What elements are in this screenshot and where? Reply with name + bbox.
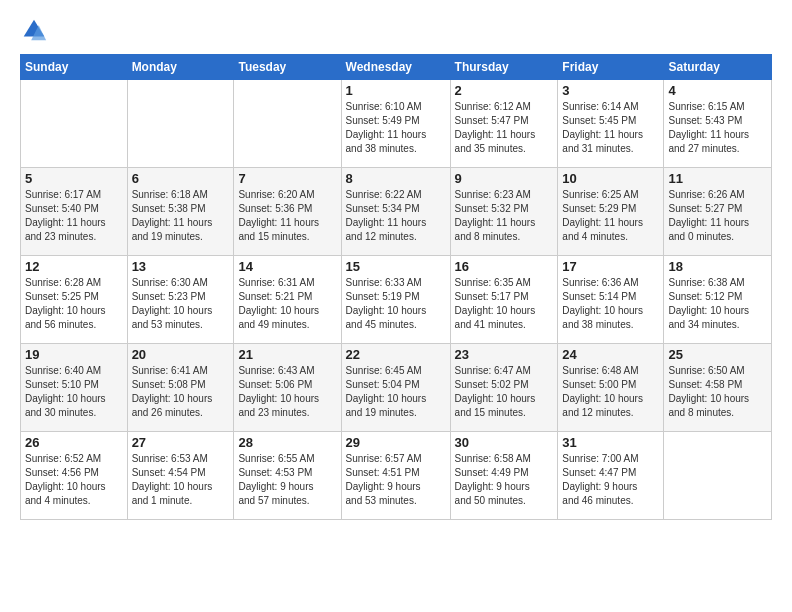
week-row-2: 5Sunrise: 6:17 AM Sunset: 5:40 PM Daylig… [21,168,772,256]
calendar-table: SundayMondayTuesdayWednesdayThursdayFrid… [20,54,772,520]
day-info: Sunrise: 6:50 AM Sunset: 4:58 PM Dayligh… [668,364,767,420]
day-info: Sunrise: 7:00 AM Sunset: 4:47 PM Dayligh… [562,452,659,508]
day-number: 7 [238,171,336,186]
day-number: 4 [668,83,767,98]
day-cell-27: 27Sunrise: 6:53 AM Sunset: 4:54 PM Dayli… [127,432,234,520]
week-row-1: 1Sunrise: 6:10 AM Sunset: 5:49 PM Daylig… [21,80,772,168]
day-number: 22 [346,347,446,362]
day-info: Sunrise: 6:14 AM Sunset: 5:45 PM Dayligh… [562,100,659,156]
logo [20,16,52,44]
day-number: 1 [346,83,446,98]
day-number: 30 [455,435,554,450]
day-number: 2 [455,83,554,98]
weekday-header-row: SundayMondayTuesdayWednesdayThursdayFrid… [21,55,772,80]
day-cell-16: 16Sunrise: 6:35 AM Sunset: 5:17 PM Dayli… [450,256,558,344]
day-info: Sunrise: 6:57 AM Sunset: 4:51 PM Dayligh… [346,452,446,508]
day-info: Sunrise: 6:53 AM Sunset: 4:54 PM Dayligh… [132,452,230,508]
day-info: Sunrise: 6:47 AM Sunset: 5:02 PM Dayligh… [455,364,554,420]
day-cell-21: 21Sunrise: 6:43 AM Sunset: 5:06 PM Dayli… [234,344,341,432]
day-info: Sunrise: 6:52 AM Sunset: 4:56 PM Dayligh… [25,452,123,508]
day-info: Sunrise: 6:36 AM Sunset: 5:14 PM Dayligh… [562,276,659,332]
day-info: Sunrise: 6:33 AM Sunset: 5:19 PM Dayligh… [346,276,446,332]
day-cell-10: 10Sunrise: 6:25 AM Sunset: 5:29 PM Dayli… [558,168,664,256]
day-number: 25 [668,347,767,362]
day-info: Sunrise: 6:40 AM Sunset: 5:10 PM Dayligh… [25,364,123,420]
day-info: Sunrise: 6:20 AM Sunset: 5:36 PM Dayligh… [238,188,336,244]
day-cell-4: 4Sunrise: 6:15 AM Sunset: 5:43 PM Daylig… [664,80,772,168]
day-info: Sunrise: 6:10 AM Sunset: 5:49 PM Dayligh… [346,100,446,156]
day-info: Sunrise: 6:41 AM Sunset: 5:08 PM Dayligh… [132,364,230,420]
day-number: 8 [346,171,446,186]
day-info: Sunrise: 6:30 AM Sunset: 5:23 PM Dayligh… [132,276,230,332]
logo-icon [20,16,48,44]
empty-cell [664,432,772,520]
day-info: Sunrise: 6:31 AM Sunset: 5:21 PM Dayligh… [238,276,336,332]
day-number: 26 [25,435,123,450]
day-cell-29: 29Sunrise: 6:57 AM Sunset: 4:51 PM Dayli… [341,432,450,520]
day-cell-28: 28Sunrise: 6:55 AM Sunset: 4:53 PM Dayli… [234,432,341,520]
day-cell-14: 14Sunrise: 6:31 AM Sunset: 5:21 PM Dayli… [234,256,341,344]
day-number: 19 [25,347,123,362]
day-number: 6 [132,171,230,186]
day-number: 24 [562,347,659,362]
day-number: 14 [238,259,336,274]
week-row-3: 12Sunrise: 6:28 AM Sunset: 5:25 PM Dayli… [21,256,772,344]
weekday-header-friday: Friday [558,55,664,80]
page-container: SundayMondayTuesdayWednesdayThursdayFrid… [0,0,792,612]
day-info: Sunrise: 6:48 AM Sunset: 5:00 PM Dayligh… [562,364,659,420]
day-number: 21 [238,347,336,362]
week-row-5: 26Sunrise: 6:52 AM Sunset: 4:56 PM Dayli… [21,432,772,520]
day-cell-1: 1Sunrise: 6:10 AM Sunset: 5:49 PM Daylig… [341,80,450,168]
day-cell-30: 30Sunrise: 6:58 AM Sunset: 4:49 PM Dayli… [450,432,558,520]
week-row-4: 19Sunrise: 6:40 AM Sunset: 5:10 PM Dayli… [21,344,772,432]
day-number: 15 [346,259,446,274]
day-info: Sunrise: 6:38 AM Sunset: 5:12 PM Dayligh… [668,276,767,332]
weekday-header-wednesday: Wednesday [341,55,450,80]
day-number: 23 [455,347,554,362]
day-number: 29 [346,435,446,450]
weekday-header-saturday: Saturday [664,55,772,80]
day-info: Sunrise: 6:22 AM Sunset: 5:34 PM Dayligh… [346,188,446,244]
day-info: Sunrise: 6:55 AM Sunset: 4:53 PM Dayligh… [238,452,336,508]
day-number: 31 [562,435,659,450]
day-number: 3 [562,83,659,98]
day-info: Sunrise: 6:35 AM Sunset: 5:17 PM Dayligh… [455,276,554,332]
day-cell-25: 25Sunrise: 6:50 AM Sunset: 4:58 PM Dayli… [664,344,772,432]
day-cell-12: 12Sunrise: 6:28 AM Sunset: 5:25 PM Dayli… [21,256,128,344]
weekday-header-thursday: Thursday [450,55,558,80]
day-info: Sunrise: 6:18 AM Sunset: 5:38 PM Dayligh… [132,188,230,244]
weekday-header-sunday: Sunday [21,55,128,80]
day-number: 5 [25,171,123,186]
day-cell-5: 5Sunrise: 6:17 AM Sunset: 5:40 PM Daylig… [21,168,128,256]
day-number: 20 [132,347,230,362]
day-number: 17 [562,259,659,274]
day-cell-19: 19Sunrise: 6:40 AM Sunset: 5:10 PM Dayli… [21,344,128,432]
day-info: Sunrise: 6:12 AM Sunset: 5:47 PM Dayligh… [455,100,554,156]
day-cell-23: 23Sunrise: 6:47 AM Sunset: 5:02 PM Dayli… [450,344,558,432]
day-number: 10 [562,171,659,186]
day-info: Sunrise: 6:43 AM Sunset: 5:06 PM Dayligh… [238,364,336,420]
day-info: Sunrise: 6:26 AM Sunset: 5:27 PM Dayligh… [668,188,767,244]
day-cell-2: 2Sunrise: 6:12 AM Sunset: 5:47 PM Daylig… [450,80,558,168]
day-cell-15: 15Sunrise: 6:33 AM Sunset: 5:19 PM Dayli… [341,256,450,344]
day-cell-13: 13Sunrise: 6:30 AM Sunset: 5:23 PM Dayli… [127,256,234,344]
day-number: 28 [238,435,336,450]
day-cell-11: 11Sunrise: 6:26 AM Sunset: 5:27 PM Dayli… [664,168,772,256]
day-info: Sunrise: 6:17 AM Sunset: 5:40 PM Dayligh… [25,188,123,244]
day-info: Sunrise: 6:25 AM Sunset: 5:29 PM Dayligh… [562,188,659,244]
empty-cell [21,80,128,168]
day-info: Sunrise: 6:23 AM Sunset: 5:32 PM Dayligh… [455,188,554,244]
day-info: Sunrise: 6:58 AM Sunset: 4:49 PM Dayligh… [455,452,554,508]
day-cell-17: 17Sunrise: 6:36 AM Sunset: 5:14 PM Dayli… [558,256,664,344]
empty-cell [234,80,341,168]
day-cell-3: 3Sunrise: 6:14 AM Sunset: 5:45 PM Daylig… [558,80,664,168]
day-number: 18 [668,259,767,274]
weekday-header-tuesday: Tuesday [234,55,341,80]
day-number: 11 [668,171,767,186]
day-number: 12 [25,259,123,274]
day-info: Sunrise: 6:28 AM Sunset: 5:25 PM Dayligh… [25,276,123,332]
day-cell-7: 7Sunrise: 6:20 AM Sunset: 5:36 PM Daylig… [234,168,341,256]
day-cell-18: 18Sunrise: 6:38 AM Sunset: 5:12 PM Dayli… [664,256,772,344]
day-cell-9: 9Sunrise: 6:23 AM Sunset: 5:32 PM Daylig… [450,168,558,256]
day-info: Sunrise: 6:15 AM Sunset: 5:43 PM Dayligh… [668,100,767,156]
